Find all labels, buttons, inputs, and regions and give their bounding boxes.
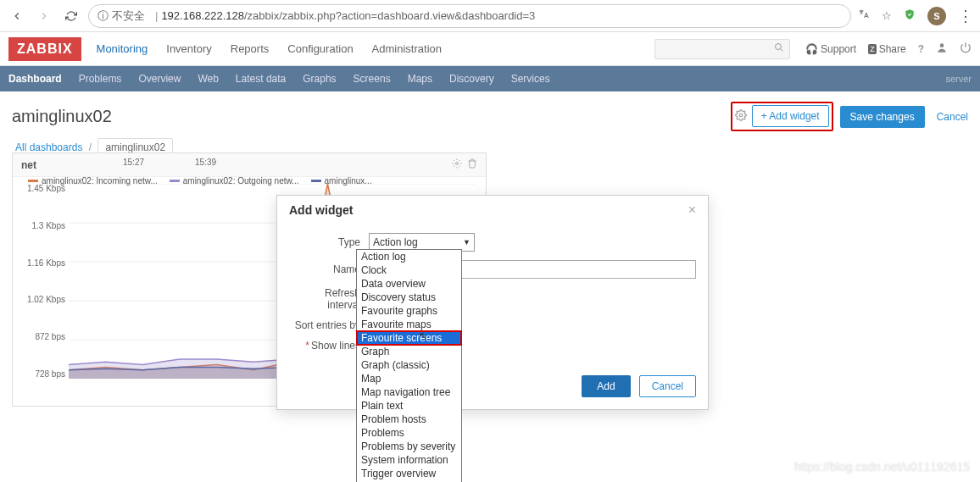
net-chart: 1.45 Kbps1.3 Kbps1.16 Kbps1.02 Kbps872 b… bbox=[13, 177, 486, 191]
subnav-problems[interactable]: Problems bbox=[79, 73, 122, 85]
nav-inventory[interactable]: Inventory bbox=[166, 42, 211, 55]
app-header: ZABBIX MonitoringInventoryReportsConfigu… bbox=[0, 32, 980, 66]
modal-title: Add widget bbox=[289, 203, 353, 217]
url-path: /zabbix/zabbix.php?action=dashboard.view… bbox=[244, 9, 535, 22]
dd-option[interactable]: Clock bbox=[357, 263, 461, 277]
legend-label: aminglinux02: Outgoing netw... bbox=[183, 176, 299, 186]
y-tick: 1.16 Kbps bbox=[16, 258, 65, 268]
dd-option[interactable]: Problems bbox=[357, 426, 461, 440]
dd-option[interactable]: Plain text bbox=[357, 399, 461, 413]
help-icon[interactable]: ? bbox=[918, 43, 924, 55]
svg-point-0 bbox=[776, 44, 782, 50]
back-button[interactable] bbox=[7, 6, 27, 26]
bookmark-star-icon[interactable]: ☆ bbox=[882, 9, 892, 22]
zabbix-logo[interactable]: ZABBIX bbox=[8, 37, 81, 61]
svg-point-2 bbox=[739, 114, 743, 117]
add-widget-modal: Add widget × Type Action log ▼ Name Refr… bbox=[276, 195, 709, 410]
dd-option[interactable]: System information bbox=[357, 453, 461, 467]
legend-label: aminglinux02: Incoming netw... bbox=[42, 176, 158, 186]
legend-item: aminglinux02: Incoming netw... bbox=[28, 176, 158, 186]
nav-configuration[interactable]: Configuration bbox=[287, 42, 353, 55]
power-icon[interactable] bbox=[960, 42, 972, 56]
y-tick: 1.02 Kbps bbox=[16, 295, 65, 304]
modal-add-button[interactable]: Add bbox=[582, 375, 630, 397]
share-link[interactable]: Z Share bbox=[868, 43, 906, 55]
address-bar[interactable]: ⓘ 不安全 | 192.168.222.128/zabbix/zabbix.ph… bbox=[88, 4, 851, 28]
secondary-nav: DashboardProblemsOverviewWebLatest dataG… bbox=[0, 66, 980, 91]
dd-option[interactable]: Favourite maps bbox=[357, 318, 461, 331]
url-host: 192.168.222.128 bbox=[161, 9, 244, 22]
subnav-maps[interactable]: Maps bbox=[408, 73, 432, 85]
dd-option[interactable]: Discovery status bbox=[357, 291, 461, 304]
x-tick: 15:27 bbox=[123, 158, 144, 167]
legend-swatch bbox=[28, 180, 38, 182]
headset-icon: 🎧 bbox=[805, 43, 818, 55]
subnav-graphs[interactable]: Graphs bbox=[303, 73, 336, 85]
subnav-discovery[interactable]: Discovery bbox=[449, 73, 494, 85]
reload-button[interactable] bbox=[61, 6, 81, 26]
svg-point-1 bbox=[940, 43, 944, 47]
y-tick: 1.3 Kbps bbox=[16, 221, 65, 230]
legend-item: aminglinux... bbox=[311, 176, 372, 186]
dd-option[interactable]: Graph bbox=[357, 345, 461, 358]
subnav-screens[interactable]: Screens bbox=[354, 73, 391, 85]
browser-menu-icon[interactable]: ⋮ bbox=[958, 7, 973, 25]
add-widget-button[interactable]: + Add widget bbox=[752, 105, 829, 127]
primary-nav: MonitoringInventoryReportsConfigurationA… bbox=[97, 42, 442, 55]
cancel-link[interactable]: Cancel bbox=[937, 111, 968, 123]
nav-monitoring[interactable]: Monitoring bbox=[97, 42, 148, 55]
page-title: aminglinux02 bbox=[12, 107, 112, 126]
browser-toolbar: ⓘ 不安全 | 192.168.222.128/zabbix/zabbix.ph… bbox=[0, 0, 980, 32]
forward-button[interactable] bbox=[34, 6, 54, 26]
nav-reports[interactable]: Reports bbox=[231, 42, 270, 55]
user-icon[interactable] bbox=[936, 42, 948, 56]
type-label: Type bbox=[289, 236, 369, 248]
nav-administration[interactable]: Administration bbox=[372, 42, 442, 55]
y-tick: 872 bps bbox=[16, 332, 65, 341]
dd-option[interactable]: Problems by severity bbox=[357, 440, 461, 453]
shield-icon[interactable] bbox=[904, 8, 916, 23]
y-tick: 728 bps bbox=[16, 369, 65, 379]
widget-delete-icon[interactable] bbox=[467, 158, 477, 171]
page-header: aminglinux02 + Add widget Save changes C… bbox=[0, 91, 980, 138]
widget-title: net bbox=[21, 159, 36, 171]
subnav-overview[interactable]: Overview bbox=[138, 73, 181, 85]
dd-option[interactable]: Map bbox=[357, 372, 461, 385]
subnav-services[interactable]: Services bbox=[511, 73, 550, 85]
search-icon bbox=[774, 42, 784, 55]
dd-option[interactable]: Graph (classic) bbox=[357, 358, 461, 372]
subnav-web[interactable]: Web bbox=[198, 73, 218, 85]
dd-option[interactable]: Problem hosts bbox=[357, 413, 461, 426]
widget-settings-icon[interactable] bbox=[452, 158, 462, 171]
svg-point-3 bbox=[456, 163, 459, 165]
dashboard-settings-icon[interactable] bbox=[735, 109, 747, 124]
insecure-label: 不安全 bbox=[112, 8, 145, 24]
dd-option[interactable]: Data overview bbox=[357, 277, 461, 291]
breadcrumb-root[interactable]: All dashboards bbox=[15, 141, 82, 153]
legend-swatch bbox=[170, 180, 180, 182]
server-label: server bbox=[945, 74, 972, 84]
translate-icon[interactable] bbox=[858, 8, 870, 23]
support-link[interactable]: 🎧 Support bbox=[805, 43, 856, 55]
watermark: https://blog.csdn.net/u011192615 bbox=[794, 460, 970, 474]
legend-label: aminglinux... bbox=[325, 176, 372, 186]
subnav-dashboard[interactable]: Dashboard bbox=[8, 73, 62, 85]
dd-option[interactable]: Favourite graphs bbox=[357, 304, 461, 318]
chevron-down-icon: ▼ bbox=[463, 238, 471, 247]
subnav-latest-data[interactable]: Latest data bbox=[236, 73, 286, 85]
dd-option[interactable]: Map navigation tree bbox=[357, 385, 461, 399]
x-tick: 15:39 bbox=[195, 158, 216, 167]
share-icon: Z bbox=[868, 44, 877, 54]
plus-icon: + bbox=[761, 110, 767, 122]
dd-option[interactable]: Favourite screens bbox=[357, 331, 461, 345]
profile-avatar[interactable]: S bbox=[927, 7, 946, 25]
type-dropdown[interactable]: Action logClockData overviewDiscovery st… bbox=[356, 249, 462, 482]
legend-swatch bbox=[311, 180, 321, 182]
search-input[interactable] bbox=[654, 39, 790, 59]
insecure-icon: ⓘ bbox=[97, 8, 109, 24]
modal-close-icon[interactable]: × bbox=[688, 202, 696, 218]
modal-cancel-button[interactable]: Cancel bbox=[639, 375, 696, 397]
dd-option[interactable]: Trigger overview bbox=[357, 467, 461, 480]
save-changes-button[interactable]: Save changes bbox=[840, 106, 925, 128]
dd-option[interactable]: Action log bbox=[357, 250, 461, 263]
